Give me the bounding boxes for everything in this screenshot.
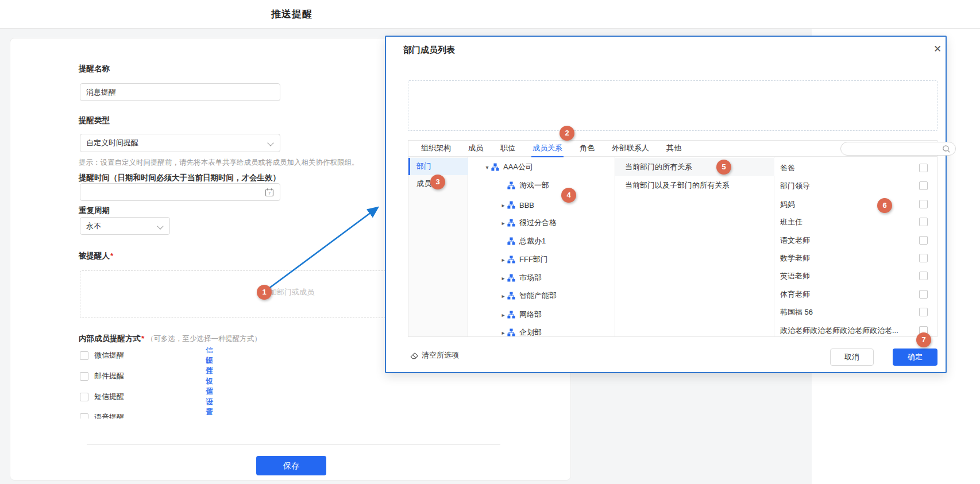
department-member-dialog: 部门成员列表 ✕ 组织架构 成员 职位 成员关系 角色 外部联系人 其他 部门 … — [385, 36, 947, 373]
caret-right-icon[interactable]: ▸ — [499, 202, 507, 208]
name-row-pe-teacher[interactable]: 体育老师 — [774, 289, 937, 300]
caret-right-icon[interactable]: ▸ — [499, 220, 507, 226]
reminder-type-label: 提醒类型 — [79, 115, 110, 126]
relation-item-current-and-sub[interactable]: 当前部门以及子部门的所有关系 — [615, 176, 774, 195]
caret-right-icon[interactable]: ▸ — [499, 275, 507, 281]
category-item-department[interactable]: 部门 — [408, 158, 468, 175]
org-chart-icon — [507, 181, 515, 189]
selected-members-area[interactable] — [408, 80, 937, 131]
reminder-name-input[interactable]: 消息提醒 — [80, 83, 280, 101]
reminder-type-hint: 提示：设置自定义时间提醒前，请先将本表单共享给成员或将成员加入相关协作权限组。 — [79, 158, 359, 168]
chevron-down-icon — [157, 223, 163, 229]
tab-roles[interactable]: 角色 — [580, 141, 595, 157]
mom-checkbox[interactable] — [919, 200, 928, 208]
reminder-name-value: 消息提醒 — [86, 88, 116, 96]
name-row-dept-leader[interactable]: 部门领导 — [774, 180, 937, 192]
math-teacher-checkbox[interactable] — [919, 254, 928, 262]
cancel-button[interactable]: 取消 — [830, 349, 874, 366]
name-row-dad[interactable]: 爸爸 — [774, 162, 937, 174]
org-chart-icon — [507, 274, 515, 282]
name-row-math-teacher[interactable]: 数学老师 — [774, 253, 937, 264]
reminder-name-label: 提醒名称 — [79, 64, 110, 74]
english-teacher-checkbox[interactable] — [919, 272, 928, 280]
org-chart-icon — [507, 237, 515, 245]
page-title: 推送提醒 — [271, 7, 312, 21]
caret-right-icon[interactable]: ▸ — [499, 330, 507, 336]
reminder-type-select[interactable]: 自定义时间提醒 — [80, 134, 280, 152]
annotation-badge-2: 2 — [560, 126, 574, 141]
hanguofu-checkbox[interactable] — [919, 308, 928, 316]
calendar-icon[interactable]: 7 — [265, 188, 274, 197]
tab-member-relations[interactable]: 成员关系 — [533, 141, 562, 157]
pe-teacher-checkbox[interactable] — [919, 290, 928, 299]
tree-node-bbb[interactable]: ▸ BBB — [499, 199, 534, 211]
search-icon — [942, 145, 951, 153]
close-icon[interactable]: ✕ — [931, 42, 944, 56]
tab-org-structure[interactable]: 组织架构 — [421, 141, 451, 157]
tree-node-smart-capacity[interactable]: ▸ 智能产能部 — [499, 290, 557, 301]
tab-other[interactable]: 其他 — [666, 141, 681, 157]
tree-node-game-dept1[interactable]: 游戏一部 — [507, 180, 549, 191]
dialog-title: 部门成员列表 — [403, 45, 455, 56]
clear-selection-button[interactable]: 清空所选项 — [410, 350, 459, 361]
name-row-hanguofu[interactable]: 韩国福 56 — [774, 307, 937, 318]
tab-positions[interactable]: 职位 — [500, 141, 515, 157]
repeat-cycle-value: 永不 — [86, 222, 101, 230]
caret-right-icon[interactable]: ▸ — [499, 257, 507, 263]
method-row-email: 邮件提醒 邮件设置 — [80, 370, 124, 382]
wechat-label: 微信提醒 — [94, 350, 124, 361]
caret-right-icon[interactable]: ▸ — [499, 312, 507, 318]
confirm-button[interactable]: 确定 — [893, 349, 937, 366]
voice-settings-link[interactable]: 语音设置 — [206, 397, 213, 419]
notify-method-note: （可多选，至少选择一种提醒方式） — [146, 335, 261, 343]
org-chart-icon — [491, 163, 499, 171]
tree-node-network[interactable]: ▸ 网络部 — [499, 309, 542, 320]
tree-node-marketing[interactable]: ▸ 市场部 — [499, 272, 542, 284]
chevron-down-icon — [267, 140, 273, 146]
reminder-time-input[interactable]: 7 — [80, 183, 280, 201]
wechat-checkbox[interactable] — [80, 351, 88, 360]
org-chart-icon — [507, 311, 515, 319]
tree-node-planning[interactable]: ▸ 企划部 — [499, 327, 542, 336]
repeat-cycle-select[interactable]: 永不 — [80, 217, 170, 235]
form-divider — [87, 444, 500, 445]
picker-columns: 部门 成员 ▾ AAA公司 游戏一部 ▸ BBB — [408, 157, 937, 336]
email-label: 邮件提醒 — [94, 371, 124, 381]
name-row-english-teacher[interactable]: 英语老师 — [774, 270, 937, 282]
tree-node-fff-dept[interactable]: ▸ FFF部门 — [499, 254, 548, 265]
member-picker: 组织架构 成员 职位 成员关系 角色 外部联系人 其他 部门 成员 ▾ — [408, 140, 937, 337]
dad-checkbox[interactable] — [919, 164, 928, 172]
dept-leader-checkbox[interactable] — [919, 181, 928, 190]
save-button[interactable]: 保存 — [256, 456, 326, 475]
tab-members[interactable]: 成员 — [468, 141, 483, 157]
name-row-mom[interactable]: 妈妈 — [774, 199, 937, 210]
tab-external-contacts[interactable]: 外部联系人 — [612, 141, 649, 157]
required-asterisk: * — [110, 251, 113, 260]
email-checkbox[interactable] — [80, 372, 88, 381]
target-person-label: 被提醒人* — [79, 251, 113, 261]
name-row-chinese-teacher[interactable]: 语文老师 — [774, 235, 937, 246]
voice-checkbox[interactable] — [80, 413, 88, 419]
name-row-politics-teacher[interactable]: 政治老师政治老师政治老师政治老... — [774, 325, 937, 336]
chinese-teacher-checkbox[interactable] — [919, 236, 928, 245]
tree-node-hgffg[interactable]: ▸ 很过分合格 — [499, 217, 557, 229]
notify-method-label: 内部成员提醒方式* （可多选，至少选择一种提醒方式） — [79, 334, 261, 344]
org-chart-icon — [507, 328, 515, 336]
relation-item-current[interactable]: 当前部门的所有关系 — [615, 158, 774, 176]
relation-column: 当前部门的所有关系 当前部门以及子部门的所有关系 — [615, 157, 774, 336]
repeat-cycle-label: 重复周期 — [79, 206, 110, 216]
tree-node-aaa-company[interactable]: ▾ AAA公司 — [483, 161, 533, 173]
tree-node-ceo-office1[interactable]: 总裁办1 — [507, 235, 546, 247]
sms-checkbox[interactable] — [80, 393, 88, 401]
head-teacher-checkbox[interactable] — [919, 218, 928, 226]
method-row-sms: 短信提醒 短信设置 — [80, 391, 124, 402]
svg-text:7: 7 — [268, 191, 271, 196]
annotation-badge-4: 4 — [561, 188, 576, 203]
annotation-badge-7: 7 — [916, 332, 931, 347]
name-row-head-teacher[interactable]: 班主任 — [774, 216, 937, 228]
required-asterisk: * — [141, 334, 144, 343]
caret-right-icon[interactable]: ▸ — [499, 293, 507, 299]
search-input[interactable] — [840, 142, 956, 156]
caret-down-icon[interactable]: ▾ — [483, 164, 491, 171]
voice-label: 语音提醒 — [94, 412, 124, 419]
